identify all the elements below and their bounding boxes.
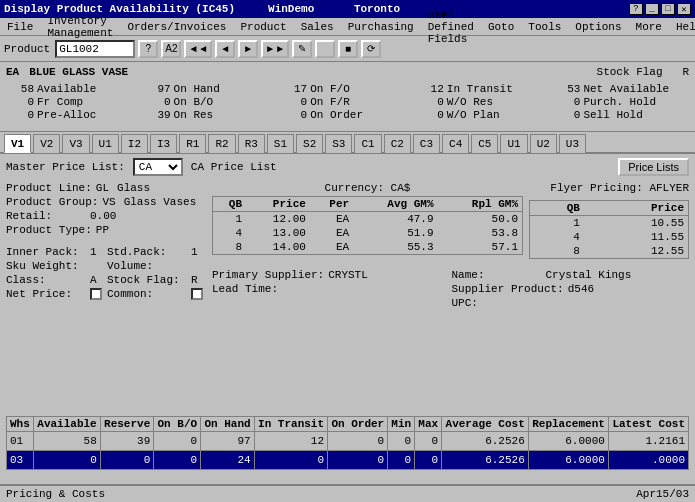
tab-u1[interactable]: U1	[92, 134, 119, 153]
retail-label: Retail:	[6, 210, 86, 222]
tab-u3[interactable]: U3	[559, 134, 586, 153]
product-line-code: GL	[96, 182, 109, 194]
warehouse-table-row[interactable]: 015839097120006.25266.00001.2161	[7, 432, 689, 451]
master-price-label: Master Price List:	[6, 161, 125, 173]
menu-inventory[interactable]: Inventory Management	[44, 15, 116, 39]
tab-v3[interactable]: V3	[62, 134, 89, 153]
upc-label-row: UPC:	[452, 297, 690, 309]
inner-pack-row: Inner Pack: 1 Std.Pack: 1	[6, 246, 206, 258]
lead-time-label: Lead Time:	[212, 283, 302, 295]
tab-c5[interactable]: C5	[471, 134, 498, 153]
stats-bar: 58Available 0Fr Comp 0Pre-Alloc 97On Han…	[0, 82, 695, 132]
menu-product[interactable]: Product	[237, 21, 289, 33]
menu-sales[interactable]: Sales	[298, 21, 337, 33]
tab-r2[interactable]: R2	[208, 134, 235, 153]
net-price-label: Net Price:	[6, 288, 86, 300]
product-line-name: Glass	[117, 182, 150, 194]
product-group-code: VS	[102, 196, 115, 208]
tab-v2[interactable]: V2	[33, 134, 60, 153]
status-date: Apr15/03	[636, 488, 689, 500]
stats-col2: 97On Hand 0On B/O 39On Res	[143, 83, 280, 130]
tab-u1b[interactable]: U1	[500, 134, 527, 153]
col-avg-gm: Avg GM%	[353, 197, 437, 212]
toolbar: Product ? A2 ◄◄ ◄ ► ►► ✎ ■ ⟳	[0, 36, 695, 62]
tables-row: Currency: CA$ QB Price Per Avg GM%	[212, 182, 689, 259]
wh-col-avgcost: Average Cost	[442, 417, 529, 432]
currency-value: CA$	[391, 182, 411, 194]
price-table-container: Currency: CA$ QB Price Per Avg GM%	[212, 182, 523, 259]
flyer-panel: Flyer Pricing: AFLYER QB Price	[529, 182, 689, 259]
maximize-button[interactable]: □	[661, 3, 675, 15]
a2-button[interactable]: A2	[161, 40, 181, 58]
prev-button[interactable]: ◄	[215, 40, 235, 58]
blank-button[interactable]	[315, 40, 335, 58]
stock-flag-label: Stock Flag:	[107, 274, 187, 286]
flyer-label: Flyer Pricing:	[550, 182, 642, 194]
lead-time-row: Lead Time:	[212, 283, 450, 295]
image2-button[interactable]: ⟳	[361, 40, 381, 58]
product-type-value: PP	[96, 224, 109, 236]
menu-tools[interactable]: Tools	[525, 21, 564, 33]
tab-i2[interactable]: I2	[121, 134, 148, 153]
tab-v1[interactable]: V1	[4, 134, 31, 153]
status-bar: Pricing & Costs Apr15/03	[0, 484, 695, 502]
tab-s1[interactable]: S1	[267, 134, 294, 153]
primary-supplier-label: Primary Supplier:	[212, 269, 324, 281]
tab-r3[interactable]: R3	[238, 134, 265, 153]
col-price: Price	[246, 197, 310, 212]
supplier-name-value: Crystal Kings	[546, 269, 632, 281]
tab-i3[interactable]: I3	[150, 134, 177, 153]
menu-options[interactable]: Options	[572, 21, 624, 33]
tab-r1[interactable]: R1	[179, 134, 206, 153]
tab-c2[interactable]: C2	[384, 134, 411, 153]
search-button[interactable]: ?	[138, 40, 158, 58]
help-button[interactable]: ?	[629, 3, 643, 15]
minimize-button[interactable]: _	[645, 3, 659, 15]
tab-s2[interactable]: S2	[296, 134, 323, 153]
class-label: Class:	[6, 274, 86, 286]
flyer-value: AFLYER	[649, 182, 689, 194]
warehouse-section: Whs Available Reserve On B/O On Hand In …	[0, 414, 695, 472]
sku-weight-label: Sku Weight:	[6, 260, 86, 272]
image1-button[interactable]: ■	[338, 40, 358, 58]
tab-s3[interactable]: S3	[325, 134, 352, 153]
menu-file[interactable]: File	[4, 21, 36, 33]
first-button[interactable]: ◄◄	[184, 40, 212, 58]
tab-u2[interactable]: U2	[530, 134, 557, 153]
common-label: Common:	[107, 288, 187, 300]
product-label: Product	[4, 43, 50, 55]
product-desc-bar: EA BLUE GLASS VASE Stock Flag R	[0, 62, 695, 82]
retail-row: Retail: 0.00	[6, 210, 206, 222]
menu-orders[interactable]: Orders/Invoices	[124, 21, 229, 33]
product-group-row: Product Group: VS Glass Vases	[6, 196, 206, 208]
wh-col-latest: Latest Cost	[608, 417, 688, 432]
wh-col-max: Max	[415, 417, 442, 432]
product-line-row: Product Line: GL Glass	[6, 182, 206, 194]
next-button[interactable]: ►	[238, 40, 258, 58]
class-stock-row: Class: A Stock Flag: R	[6, 274, 206, 286]
master-price-select[interactable]: CA	[133, 158, 183, 176]
wh-col-onorder: On Order	[328, 417, 388, 432]
menu-purchasing[interactable]: Purchasing	[345, 21, 417, 33]
supplier-name-row: Name: Crystal Kings	[452, 269, 690, 281]
common-checkbox[interactable]	[191, 288, 203, 300]
price-table-row: 814.00EA55.357.1	[213, 240, 522, 254]
flyer-col-qb: QB	[530, 201, 584, 216]
warehouse-table-row[interactable]: 030002400006.25266.0000.0000	[7, 451, 689, 470]
menu-goto[interactable]: Goto	[485, 21, 517, 33]
tab-c4[interactable]: C4	[442, 134, 469, 153]
tab-c1[interactable]: C1	[354, 134, 381, 153]
product-input[interactable]	[55, 40, 135, 58]
last-button[interactable]: ►►	[261, 40, 289, 58]
primary-supplier-value: CRYSTL	[328, 269, 368, 281]
close-button[interactable]: ✕	[677, 3, 691, 15]
sku-volume-row: Sku Weight: Volume:	[6, 260, 206, 272]
menu-user-defined[interactable]: User Defined Fields	[425, 9, 477, 45]
net-price-checkbox[interactable]	[90, 288, 102, 300]
menu-more[interactable]: More	[633, 21, 665, 33]
edit-button[interactable]: ✎	[292, 40, 312, 58]
menu-help[interactable]: Help	[673, 21, 695, 33]
price-lists-button[interactable]: Price Lists	[618, 158, 689, 176]
tab-c3[interactable]: C3	[413, 134, 440, 153]
flyer-table-row: 110.55	[530, 216, 688, 231]
